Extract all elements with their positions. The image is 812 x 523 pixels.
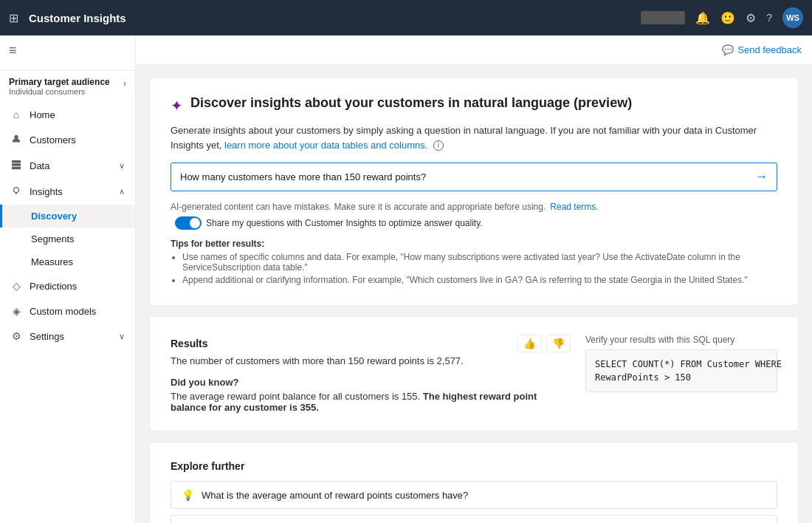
customers-icon <box>10 134 22 146</box>
results-card: Results 👍 👎 The number of customers with… <box>149 316 799 431</box>
ai-warning-text: AI-generated content can have mistakes. … <box>171 202 546 212</box>
home-icon: ⌂ <box>10 109 22 120</box>
primary-target-chevron: › <box>123 78 126 89</box>
search-bar: → <box>171 163 777 191</box>
svg-point-4 <box>14 188 19 193</box>
svg-rect-2 <box>12 163 21 166</box>
bell-icon[interactable]: 🔔 <box>695 11 710 25</box>
sidebar-item-discovery[interactable]: Discovery <box>0 205 135 228</box>
data-icon <box>10 160 22 172</box>
toggle-container: Share my questions with Customer Insight… <box>175 216 483 230</box>
tips-title: Tips for better results: <box>171 239 777 249</box>
sidebar-header: ≡ <box>0 35 135 71</box>
results-left: Results 👍 👎 The number of customers with… <box>171 335 571 413</box>
sidebar-item-settings-label: Settings <box>30 331 64 342</box>
top-nav: ⊞ Customer Insights 🔔 🙂 ⚙ ? WS <box>0 0 812 35</box>
thumbs-down-button[interactable]: 👎 <box>546 335 571 352</box>
sql-code-block: SELECT COUNT(*) FROM Customer WHERE Rewa… <box>585 349 777 392</box>
info-icon[interactable]: i <box>433 140 444 151</box>
did-you-know-text: The average reward point balance for all… <box>171 391 571 413</box>
sidebar-item-measures[interactable]: Measures <box>0 250 135 273</box>
sql-verify-label: Verify your results with this SQL query <box>585 335 777 345</box>
results-right: Verify your results with this SQL query … <box>585 335 777 413</box>
sidebar-item-customers-label: Customers <box>30 134 76 146</box>
result-actions: 👍 👎 <box>517 335 571 352</box>
explore-title: Explore further <box>171 460 777 472</box>
help-icon[interactable]: ? <box>766 12 772 24</box>
sidebar-item-settings[interactable]: ⚙ Settings ∨ <box>0 324 135 349</box>
blurred-badge <box>641 11 685 24</box>
explore-item-2[interactable]: 💡 What is the distribution of reward poi… <box>171 515 777 523</box>
primary-target[interactable]: › Primary target audience Individual con… <box>0 71 135 102</box>
insights-chevron-icon: ∧ <box>119 187 125 196</box>
sidebar-item-discovery-label: Discovery <box>31 211 77 222</box>
explore-item-1[interactable]: 💡 What is the average amount of reward p… <box>171 481 777 509</box>
sidebar-item-home[interactable]: ⌂ Home <box>0 102 135 127</box>
custom-models-icon: ◈ <box>10 305 22 317</box>
explore-bulb-icon-1: 💡 <box>182 489 194 501</box>
ai-sparkle-icon: ✦ <box>171 97 183 114</box>
results-title: Results <box>171 338 208 349</box>
results-text: The number of customers with more than 1… <box>171 355 571 366</box>
explore-item-1-text: What is the average amount of reward poi… <box>202 490 468 501</box>
send-feedback-icon: 💬 <box>722 44 734 55</box>
did-you-know-section: Did you know? The average reward point b… <box>171 377 571 413</box>
card-header: ✦ Discover insights about your customers… <box>171 95 777 114</box>
primary-target-label: Primary target audience <box>9 77 126 87</box>
settings-icon: ⚙ <box>10 330 22 342</box>
page-title: Discover insights about your customers i… <box>190 95 632 111</box>
settings-chevron-icon: ∨ <box>119 332 125 341</box>
results-section: Results 👍 👎 The number of customers with… <box>171 335 777 413</box>
svg-rect-3 <box>12 167 21 170</box>
send-feedback-label: Send feedback <box>737 44 802 55</box>
sub-bar: 💬 Send feedback <box>136 35 812 65</box>
tips-section: Tips for better results: Use names of sp… <box>171 239 777 285</box>
insights-icon <box>10 185 22 198</box>
sidebar-item-data[interactable]: Data ∨ <box>0 153 135 179</box>
thumbs-up-button[interactable]: 👍 <box>517 335 542 352</box>
app-title: Customer Insights <box>29 12 633 24</box>
results-header: Results 👍 👎 <box>171 335 571 352</box>
read-terms-link[interactable]: Read terms. <box>550 202 598 212</box>
sidebar-item-insights[interactable]: Insights ∧ <box>0 179 135 205</box>
gear-icon[interactable]: ⚙ <box>746 11 756 25</box>
hamburger-menu-icon[interactable]: ≡ <box>9 43 126 58</box>
did-you-know-title: Did you know? <box>171 377 571 388</box>
svg-rect-1 <box>12 160 21 163</box>
avatar[interactable]: WS <box>782 7 803 28</box>
sidebar: ≡ › Primary target audience Individual c… <box>0 35 136 523</box>
search-input[interactable] <box>180 171 749 182</box>
description-text: Generate insights about your customers b… <box>171 123 777 152</box>
nav-actions: 🔔 🙂 ⚙ ? WS <box>641 7 803 28</box>
sidebar-item-data-label: Data <box>30 160 49 171</box>
tip-item-2: Append additional or clarifying informat… <box>182 275 777 285</box>
main-content: ✦ Discover insights about your customers… <box>136 65 812 523</box>
sidebar-item-home-label: Home <box>30 109 55 120</box>
data-chevron-icon: ∨ <box>119 161 125 171</box>
sidebar-item-segments-label: Segments <box>31 233 75 245</box>
sidebar-item-measures-label: Measures <box>31 256 73 267</box>
sidebar-item-custom-models[interactable]: ◈ Custom models <box>0 298 135 324</box>
learn-more-link[interactable]: learn more about your data tables and co… <box>224 140 427 151</box>
toggle-label-text: Share my questions with Customer Insight… <box>206 218 483 228</box>
content-row: ≡ › Primary target audience Individual c… <box>0 35 812 523</box>
sidebar-item-predictions[interactable]: ◇ Predictions <box>0 273 135 298</box>
sidebar-item-custom-models-label: Custom models <box>30 306 96 317</box>
discovery-card: ✦ Discover insights about your customers… <box>149 77 799 306</box>
send-feedback-button[interactable]: 💬 Send feedback <box>722 44 802 55</box>
sidebar-item-segments[interactable]: Segments <box>0 228 135 250</box>
primary-target-sublabel: Individual consumers <box>9 87 126 96</box>
sidebar-item-insights-label: Insights <box>30 186 63 197</box>
sidebar-item-customers[interactable]: Customers <box>0 127 135 153</box>
share-questions-toggle[interactable] <box>175 216 202 230</box>
app-grid-icon[interactable]: ⊞ <box>9 11 18 25</box>
search-submit-button[interactable]: → <box>754 169 768 185</box>
tip-item-1: Use names of specific columns and data. … <box>182 252 777 273</box>
sidebar-item-predictions-label: Predictions <box>30 281 77 292</box>
predictions-icon: ◇ <box>10 280 22 292</box>
ai-warning: AI-generated content can have mistakes. … <box>171 202 777 230</box>
smiley-icon[interactable]: 🙂 <box>720 11 735 25</box>
tips-list: Use names of specific columns and data. … <box>171 252 777 285</box>
explore-further-card: Explore further 💡 What is the average am… <box>149 442 799 523</box>
